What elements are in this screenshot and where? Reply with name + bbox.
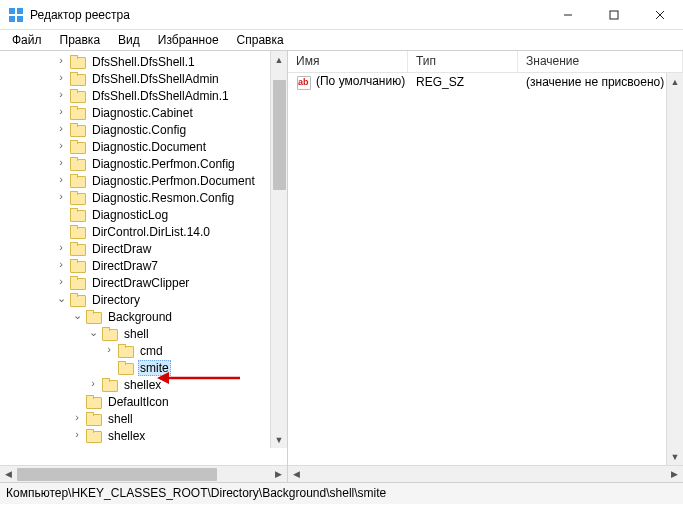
- tree-node-label: DirectDraw: [90, 242, 153, 256]
- titlebar: Редактор реестра: [0, 0, 683, 30]
- value-row[interactable]: (По умолчанию) REG_SZ (значение не присв…: [288, 73, 683, 91]
- column-value[interactable]: Значение: [518, 51, 683, 72]
- tree-node[interactable]: ›DfsShell.DfsShell.1: [0, 53, 287, 70]
- menubar: Файл Правка Вид Избранное Справка: [0, 30, 683, 50]
- close-button[interactable]: [637, 0, 683, 30]
- tree-node-label: DfsShell.DfsShellAdmin.1: [90, 89, 231, 103]
- chevron-down-icon[interactable]: ⌄: [54, 292, 68, 306]
- menu-view[interactable]: Вид: [110, 31, 148, 49]
- tree-node-label: DiagnosticLog: [90, 208, 170, 222]
- tree-node-label: DirectDraw7: [90, 259, 160, 273]
- menu-favorites[interactable]: Избранное: [150, 31, 227, 49]
- chevron-right-icon[interactable]: ›: [70, 428, 84, 442]
- scroll-down-icon[interactable]: ▼: [667, 448, 683, 465]
- chevron-right-icon[interactable]: ›: [54, 71, 68, 85]
- chevron-right-icon[interactable]: ›: [54, 258, 68, 272]
- tree-node[interactable]: smite: [0, 359, 287, 376]
- folder-icon: [70, 106, 86, 120]
- tree-node[interactable]: ›Diagnostic.Config: [0, 121, 287, 138]
- tree-twisty-none: [54, 207, 68, 221]
- tree-node[interactable]: DirControl.DirList.14.0: [0, 223, 287, 240]
- scroll-down-icon[interactable]: ▼: [271, 431, 287, 448]
- chevron-down-icon[interactable]: ⌄: [86, 326, 100, 340]
- window-title: Редактор реестра: [30, 8, 545, 22]
- chevron-right-icon[interactable]: ›: [54, 139, 68, 153]
- tree-node[interactable]: ›Diagnostic.Document: [0, 138, 287, 155]
- tree-node[interactable]: ›shell: [0, 410, 287, 427]
- scroll-left-icon[interactable]: ◀: [0, 466, 17, 482]
- tree-node[interactable]: ›shellex: [0, 376, 287, 393]
- folder-icon: [70, 242, 86, 256]
- chevron-right-icon[interactable]: ›: [54, 190, 68, 204]
- folder-icon: [86, 310, 102, 324]
- tree-vertical-scrollbar[interactable]: ▲ ▼: [270, 51, 287, 448]
- tree-node[interactable]: DiagnosticLog: [0, 206, 287, 223]
- tree-node[interactable]: ›Diagnostic.Perfmon.Config: [0, 155, 287, 172]
- chevron-right-icon[interactable]: ›: [54, 241, 68, 255]
- svg-rect-5: [610, 11, 618, 19]
- scroll-right-icon[interactable]: ▶: [270, 466, 287, 482]
- scroll-right-icon[interactable]: ▶: [666, 466, 683, 482]
- tree-node[interactable]: ›DirectDraw7: [0, 257, 287, 274]
- scroll-left-icon[interactable]: ◀: [288, 466, 305, 482]
- menu-edit[interactable]: Правка: [52, 31, 109, 49]
- chevron-right-icon[interactable]: ›: [54, 54, 68, 68]
- maximize-button[interactable]: [591, 0, 637, 30]
- string-value-icon: [296, 74, 312, 90]
- svg-rect-3: [17, 16, 23, 22]
- chevron-right-icon[interactable]: ›: [54, 88, 68, 102]
- tree-node-label: shell: [106, 412, 135, 426]
- menu-file[interactable]: Файл: [4, 31, 50, 49]
- tree-node[interactable]: ⌄shell: [0, 325, 287, 342]
- list-vertical-scrollbar[interactable]: ▲ ▼: [666, 73, 683, 465]
- chevron-right-icon[interactable]: ›: [54, 105, 68, 119]
- chevron-right-icon[interactable]: ›: [54, 156, 68, 170]
- tree-node[interactable]: ›Diagnostic.Perfmon.Document: [0, 172, 287, 189]
- chevron-right-icon[interactable]: ›: [54, 173, 68, 187]
- tree-node[interactable]: ›cmd: [0, 342, 287, 359]
- folder-icon: [102, 327, 118, 341]
- column-type[interactable]: Тип: [408, 51, 518, 72]
- tree-node-label: Diagnostic.Document: [90, 140, 208, 154]
- tree-node[interactable]: ›shellex: [0, 427, 287, 444]
- tree-node-label: shell: [122, 327, 151, 341]
- chevron-right-icon[interactable]: ›: [70, 411, 84, 425]
- tree-node[interactable]: ⌄Background: [0, 308, 287, 325]
- tree-node-label: Diagnostic.Resmon.Config: [90, 191, 236, 205]
- svg-rect-1: [17, 8, 23, 14]
- column-name[interactable]: Имя: [288, 51, 408, 72]
- chevron-right-icon[interactable]: ›: [54, 275, 68, 289]
- tree-node-label: DfsShell.DfsShell.1: [90, 55, 197, 69]
- list-horizontal-scrollbar[interactable]: ◀ ▶: [288, 465, 683, 482]
- tree-node[interactable]: ›DirectDraw: [0, 240, 287, 257]
- folder-icon: [86, 412, 102, 426]
- menu-help[interactable]: Справка: [229, 31, 292, 49]
- scroll-up-icon[interactable]: ▲: [271, 51, 287, 68]
- chevron-down-icon[interactable]: ⌄: [70, 309, 84, 323]
- tree-horizontal-scrollbar[interactable]: ◀ ▶: [0, 465, 287, 482]
- values-pane: Имя Тип Значение (По умолчанию) REG_SZ (…: [288, 51, 683, 482]
- svg-rect-2: [9, 16, 15, 22]
- scroll-up-icon[interactable]: ▲: [667, 73, 683, 90]
- app-icon: [8, 7, 24, 23]
- tree-node-label: Diagnostic.Config: [90, 123, 188, 137]
- minimize-button[interactable]: [545, 0, 591, 30]
- tree-node-label: Background: [106, 310, 174, 324]
- tree-node[interactable]: DefaultIcon: [0, 393, 287, 410]
- tree-node-label: cmd: [138, 344, 165, 358]
- folder-icon: [70, 55, 86, 69]
- tree-node[interactable]: ⌄Directory: [0, 291, 287, 308]
- tree-node[interactable]: ›Diagnostic.Resmon.Config: [0, 189, 287, 206]
- tree-node[interactable]: ›DfsShell.DfsShellAdmin: [0, 70, 287, 87]
- registry-tree[interactable]: ›DfsShell.DfsShell.1›DfsShell.DfsShellAd…: [0, 51, 287, 446]
- chevron-right-icon[interactable]: ›: [86, 377, 100, 391]
- chevron-right-icon[interactable]: ›: [54, 122, 68, 136]
- tree-node[interactable]: ›Diagnostic.Cabinet: [0, 104, 287, 121]
- folder-icon: [86, 395, 102, 409]
- tree-twisty-none: [70, 394, 84, 408]
- chevron-right-icon[interactable]: ›: [102, 343, 116, 357]
- tree-node[interactable]: ›DfsShell.DfsShellAdmin.1: [0, 87, 287, 104]
- tree-node[interactable]: ›DirectDrawClipper: [0, 274, 287, 291]
- folder-icon: [102, 378, 118, 392]
- folder-icon: [70, 140, 86, 154]
